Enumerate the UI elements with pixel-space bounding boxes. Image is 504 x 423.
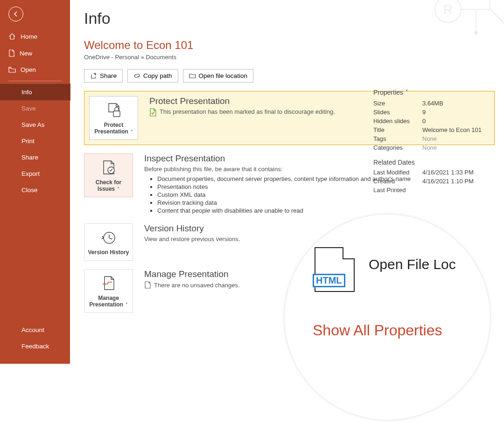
chevron-down-icon: ˅ (116, 187, 119, 192)
back-button[interactable] (8, 7, 23, 21)
sidebar-item-info[interactable]: Info (0, 84, 70, 100)
prop-row-printed: Last Printed (373, 187, 499, 194)
folder-open-icon (8, 67, 16, 73)
action-row: Share Copy path Open file location (84, 69, 495, 83)
prop-row-tags[interactable]: TagsNone (373, 135, 499, 142)
sidebar-item-label: Share (21, 154, 38, 161)
new-file-icon (8, 49, 15, 57)
copy-path-button[interactable]: Copy path (127, 69, 178, 83)
version-history-button[interactable]: Version History (84, 223, 133, 261)
manage-file-icon (100, 275, 117, 292)
page-title: Info (84, 9, 495, 28)
chevron-down-icon: ˅ (405, 89, 408, 96)
list-item: Content that people with disabilities ar… (157, 207, 495, 214)
sidebar-item-print[interactable]: Print (0, 133, 70, 149)
sidebar-item-label: Save (21, 105, 36, 112)
svg-point-4 (474, 31, 478, 35)
folder-icon (189, 72, 196, 79)
inspect-file-icon (100, 159, 117, 176)
prop-row-modified: Last Modified4/16/2021 1:33 PM (373, 169, 499, 176)
chevron-down-icon: ˅ (124, 302, 128, 307)
svg-rect-5 (113, 111, 120, 117)
prop-row-slides: Slides9 (373, 109, 499, 116)
history-icon (100, 229, 117, 246)
card-label: Protect Presentation (94, 122, 128, 135)
prop-row-created: Created4/16/2021 1:10 PM (373, 178, 499, 185)
sidebar-item-open[interactable]: Open (0, 62, 70, 78)
file-icon (144, 281, 151, 289)
sidebar-item-label: Open (21, 66, 36, 73)
breadcrumb: OneDrive - Personal » Documents (84, 54, 495, 61)
sidebar-item-new[interactable]: New (0, 45, 70, 62)
sidebar-item-label: Export (21, 170, 40, 177)
sidebar-item-label: Print (21, 138, 35, 145)
show-all-properties-link[interactable]: Show All Properties (313, 322, 442, 339)
html-file-icon: HTML (315, 247, 355, 292)
final-file-icon (149, 108, 157, 117)
share-icon (90, 72, 97, 79)
share-button[interactable]: Share (84, 69, 123, 83)
sidebar-separator (8, 81, 62, 81)
chevron-down-icon: ˅ (129, 129, 133, 134)
manage-presentation-button[interactable]: Manage Presentation ˅ (84, 269, 133, 313)
open-file-location-link[interactable]: Open File Loc (369, 257, 456, 272)
sidebar-item-label: Home (21, 33, 37, 40)
sidebar-item-label: Feedback (21, 343, 49, 350)
section-description: This presentation has been marked as fin… (160, 108, 335, 115)
backstage-sidebar: Home New Open Info Save Save As Print Sh… (0, 0, 70, 364)
button-label: Open file location (199, 72, 247, 79)
sidebar-item-close[interactable]: Close (0, 182, 70, 198)
list-item: Revision tracking data (157, 199, 495, 206)
sidebar-item-label: Info (21, 89, 32, 96)
sidebar-item-export[interactable]: Export (0, 166, 70, 182)
document-title: Welcome to Econ 101 (84, 39, 495, 52)
button-label: Copy path (143, 72, 172, 79)
prop-row-hidden: Hidden slides0 (373, 118, 499, 125)
zoom-callout: olfe HTML Open File Loc Show All Propert… (285, 215, 490, 420)
sidebar-item-label: Save As (21, 121, 45, 128)
properties-header-label: Properties (373, 89, 403, 96)
properties-panel: Properties ˅ Size3.64MB Slides9 Hidden s… (373, 89, 499, 195)
sidebar-item-save-as[interactable]: Save As (0, 117, 70, 133)
arrow-left-icon (12, 10, 20, 18)
properties-dropdown[interactable]: Properties ˅ (373, 89, 499, 96)
button-label: Share (100, 72, 117, 79)
related-dates-header: Related Dates (373, 159, 499, 166)
protect-presentation-button[interactable]: Protect Presentation ˅ (89, 96, 138, 140)
link-icon (133, 72, 140, 79)
sidebar-item-label: Close (21, 187, 38, 194)
html-badge: HTML (313, 274, 345, 287)
prop-row-title: TitleWelcome to Econ 101 (373, 126, 499, 133)
lock-file-icon (105, 102, 122, 119)
card-label: Version History (88, 249, 129, 256)
sidebar-item-label: Account (21, 326, 44, 333)
sidebar-item-feedback[interactable]: Feedback (0, 338, 70, 354)
home-icon (8, 33, 16, 40)
sidebar-item-share[interactable]: Share (0, 149, 70, 166)
check-for-issues-button[interactable]: Check for Issues ˅ (84, 153, 133, 197)
card-label: Manage Presentation (89, 295, 123, 308)
open-location-button[interactable]: Open file location (183, 69, 253, 83)
prop-row-categories[interactable]: CategoriesNone (373, 144, 499, 151)
sidebar-item-account[interactable]: Account (0, 322, 70, 338)
prop-row-size: Size3.64MB (373, 100, 499, 107)
sidebar-item-label: New (20, 50, 32, 57)
sidebar-item-save[interactable]: Save (0, 100, 70, 117)
sidebar-item-home[interactable]: Home (0, 28, 70, 45)
section-description: There are no unsaved changes. (154, 282, 240, 289)
